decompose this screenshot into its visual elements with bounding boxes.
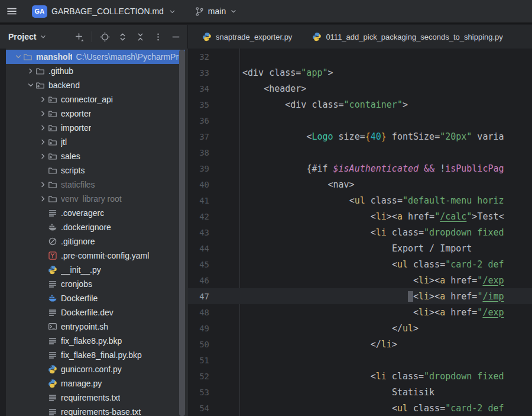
chevron-right-icon[interactable]: [38, 137, 48, 147]
git-branch-widget[interactable]: main: [194, 7, 238, 17]
text-file-icon: [48, 279, 57, 289]
code-text: <li class="dropdown fixed: [209, 227, 504, 238]
code-line-37[interactable]: 37 <Logo size={40} fontSize="20px" varia: [188, 128, 532, 144]
tree-item-label: exporter: [61, 109, 91, 118]
tree-item-Dockerfile[interactable]: Dockerfile: [6, 291, 185, 305]
code-line-52[interactable]: 52 <li class="dropdown fixed: [188, 368, 532, 384]
tree-item-sales[interactable]: sales: [6, 149, 185, 163]
code-text: <li class="dropdown fixed: [209, 371, 504, 382]
python-icon: [202, 32, 212, 41]
chevron-right-icon[interactable]: [38, 123, 48, 133]
line-number: 49: [188, 324, 209, 333]
editor-tab[interactable]: snaptrade_exporter.py: [202, 25, 292, 49]
tree-item-mansholtcalc[interactable]: mansholtcalcC:\Users\mansh\PycharmProj: [6, 50, 185, 64]
tree-item-backend[interactable]: backend: [6, 78, 185, 92]
tree-scrollbar[interactable]: [179, 50, 185, 416]
tree-item-.gitignore[interactable]: .gitignore: [6, 234, 185, 249]
tree-item-connector_api[interactable]: connector_api: [6, 92, 185, 107]
code-text: <header>: [209, 83, 306, 94]
select-opened-file-button[interactable]: [100, 32, 110, 42]
tree-item-requirements-base.txt[interactable]: requirements-base.txt: [6, 405, 185, 416]
tree-item-manage.py[interactable]: manage.py: [6, 376, 185, 391]
editor-tab[interactable]: 0111_add_pick_packaging_seconds_to_shipp…: [312, 25, 502, 49]
project-toolbar: Project: [0, 25, 188, 49]
folder-icon: [48, 180, 57, 189]
code-line-47[interactable]: 47 <li><a href="/imp: [188, 288, 532, 304]
tree-item-venv[interactable]: venvlibrary root: [6, 192, 185, 206]
add-button[interactable]: [74, 32, 84, 42]
tree-item-.dockerignore[interactable]: .dockerignore: [6, 220, 185, 234]
code-line-54[interactable]: 54 <ul class="card-2 def: [188, 400, 532, 416]
tree-item-staticfiles[interactable]: staticfiles: [6, 178, 185, 192]
python-icon: [48, 379, 57, 388]
expand-all-button[interactable]: [118, 32, 128, 42]
code-line-34[interactable]: 34 <header>: [188, 80, 532, 96]
ignored-icon: [48, 237, 57, 246]
code-line-46[interactable]: 46 <li><a href="/exp: [188, 272, 532, 288]
code-line-51[interactable]: 51: [188, 352, 532, 368]
tree-item-gunicorn.conf.py[interactable]: gunicorn.conf.py: [6, 362, 185, 376]
tree-item-scripts[interactable]: scripts: [6, 163, 185, 178]
tree-item-fix_flake8_final.py.bkp[interactable]: fix_flake8_final.py.bkp: [6, 348, 185, 362]
line-number: 44: [188, 244, 209, 253]
code-text: <li><a href="/exp: [209, 275, 504, 286]
code-line-39[interactable]: 39 {#if $isAuthenticated && !isPublicPag: [188, 160, 532, 176]
code-line-40[interactable]: 40 <nav>: [188, 176, 532, 192]
project-view-label: Project: [8, 32, 36, 41]
chevron-right-icon[interactable]: [38, 95, 48, 104]
code-line-44[interactable]: 44 Export / Import: [188, 240, 532, 256]
tree-item-requirements.txt[interactable]: requirements.txt: [6, 391, 185, 405]
code-line-35[interactable]: 35 <div class="container">: [188, 96, 532, 112]
chevron-right-icon[interactable]: [25, 66, 35, 76]
tree-item-.pre-commit-config.yaml[interactable]: .pre-commit-config.yaml: [6, 249, 185, 263]
code-line-38[interactable]: 38: [188, 144, 532, 160]
code-line-53[interactable]: 53 Statisik: [188, 384, 532, 400]
file-switcher[interactable]: GA GARBAGE_COLLECTION.md: [32, 5, 177, 18]
code-text: <nav>: [209, 179, 355, 190]
code-line-43[interactable]: 43 <li class="dropdown fixed: [188, 224, 532, 240]
line-number: 32: [188, 52, 209, 62]
line-number: 45: [188, 260, 209, 269]
code-line-45[interactable]: 45 <ul class="card-2 def: [188, 256, 532, 272]
code-line-32[interactable]: 32: [188, 49, 532, 65]
project-view-selector[interactable]: Project: [8, 32, 47, 41]
line-number: 41: [188, 196, 209, 205]
tree-item-Dockerfile.dev[interactable]: Dockerfile.dev: [6, 305, 185, 320]
tree-item-exporter[interactable]: exporter: [6, 107, 185, 121]
code-line-33[interactable]: 33<div class="app">: [188, 65, 532, 80]
code-line-36[interactable]: 36: [188, 112, 532, 128]
chevron-down-icon[interactable]: [25, 80, 35, 90]
python-icon: [48, 265, 57, 275]
terminal-icon: [48, 322, 57, 331]
code-line-41[interactable]: 41 <ul class="default-menu horiz: [188, 192, 532, 208]
code-line-42[interactable]: 42 <li><a href="/calc">Test<: [188, 208, 532, 224]
hide-panel-button[interactable]: [171, 32, 181, 42]
text-file-icon: [48, 308, 57, 317]
code-editor[interactable]: 3233<div class="app">34 <header>35 <div …: [188, 49, 532, 416]
code-line-50[interactable]: 50 </li>: [188, 336, 532, 352]
tree-item-importer[interactable]: importer: [6, 121, 185, 135]
tab-label: snaptrade_exporter.py: [216, 33, 292, 41]
tree-item-.coveragerc[interactable]: .coveragerc: [6, 206, 185, 220]
tree-indent-spacer: [38, 279, 48, 289]
chevron-right-icon[interactable]: [38, 109, 48, 118]
tree-item-__init__.py[interactable]: __init__.py: [6, 263, 185, 277]
chevron-right-icon[interactable]: [38, 194, 48, 204]
chevron-right-icon[interactable]: [38, 151, 48, 161]
line-number: 43: [188, 228, 209, 237]
tree-item-cronjobs[interactable]: cronjobs: [6, 277, 185, 291]
expand-all-icon: [118, 32, 128, 42]
code-text: </ul>: [209, 323, 419, 334]
main-menu-button[interactable]: [6, 5, 18, 17]
tree-item-jtl[interactable]: jtl: [6, 135, 185, 149]
tree-item-.github[interactable]: .github: [6, 64, 185, 78]
more-options-button[interactable]: [153, 32, 163, 42]
code-line-48[interactable]: 48 <li><a href="/exp: [188, 304, 532, 320]
collapse-all-button[interactable]: [135, 32, 145, 42]
chevron-right-icon[interactable]: [38, 180, 48, 189]
tree-indent-spacer: [38, 166, 48, 175]
tree-item-entrypoint.sh[interactable]: entrypoint.sh: [6, 320, 185, 334]
chevron-down-icon[interactable]: [13, 52, 23, 62]
tree-item-fix_flake8.py.bkp[interactable]: fix_flake8.py.bkp: [6, 334, 185, 348]
code-line-49[interactable]: 49 </ul>: [188, 320, 532, 336]
